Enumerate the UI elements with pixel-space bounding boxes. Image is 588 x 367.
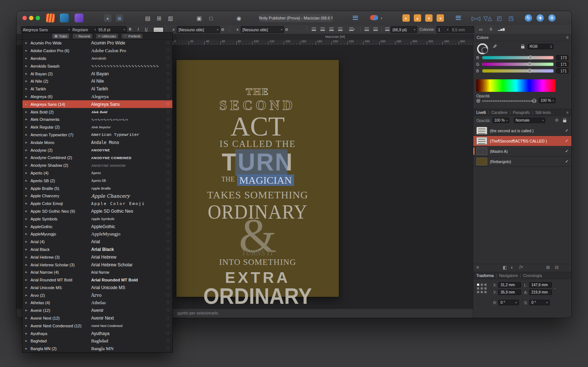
- secondary-color-icon[interactable]: [481, 47, 488, 54]
- underline-button[interactable]: U: [143, 26, 150, 32]
- move-to-front-icon[interactable]: ▸: [402, 14, 410, 22]
- delete-layer-icon[interactable]: ⊟: [555, 265, 559, 270]
- bullet-list-icon[interactable]: [363, 26, 370, 32]
- opacity-value-field[interactable]: 100 % ▾: [539, 98, 556, 103]
- move-forward-icon[interactable]: ▴: [414, 14, 421, 22]
- disclosure-triangle-icon[interactable]: ▶: [25, 57, 31, 60]
- disclosure-triangle-icon[interactable]: ▶: [25, 263, 31, 266]
- favorite-heart-icon[interactable]: ♡: [164, 277, 172, 283]
- align-right-button[interactable]: [328, 26, 335, 32]
- poster-artwork[interactable]: THE SECOND ACT IS CALLED THE TURN THEMAG…: [176, 60, 339, 297]
- leading-combo[interactable]: (66,9 pt) ▾: [391, 26, 417, 33]
- favorite-heart-icon[interactable]: ♡: [164, 308, 172, 313]
- add-page-icon[interactable]: ▤: [144, 14, 151, 22]
- margins-icon[interactable]: ▥: [167, 14, 174, 22]
- layer-stack-icon[interactable]: ≡: [476, 265, 479, 270]
- disclosure-triangle-icon[interactable]: ▶: [25, 65, 31, 68]
- disclosure-triangle-icon[interactable]: ▶: [25, 141, 31, 144]
- disclosure-triangle-icon[interactable]: ▶: [25, 347, 31, 350]
- rotate-left-icon[interactable]: ◰: [496, 14, 503, 22]
- favorite-heart-icon[interactable]: ♡: [164, 132, 172, 137]
- favorite-heart-icon[interactable]: ♡: [164, 148, 172, 153]
- font-list-item[interactable]: ▶Arvo (2)Arvo♡: [22, 291, 172, 299]
- link-dimensions-icon[interactable]: ▫: [554, 287, 555, 290]
- tab-livelli[interactable]: Livelli: [476, 110, 486, 115]
- favorite-heart-icon[interactable]: ♡: [164, 331, 172, 336]
- favorite-heart-icon[interactable]: ♡: [164, 64, 172, 69]
- shear-field[interactable]: 0 °▾: [529, 300, 550, 305]
- disclosure-triangle-icon[interactable]: ▶: [25, 149, 31, 152]
- baseline-grid-icon[interactable]: ▂▅▇: [498, 26, 505, 32]
- tab-trasforma[interactable]: Trasforma: [476, 273, 494, 278]
- font-list-item[interactable]: ▶Avenir Next (12)Avenir Next♡: [22, 314, 172, 322]
- opacity-slider[interactable]: [482, 100, 537, 102]
- font-list-item[interactable]: ▶Alegreya Sans (14)Alegreya Sans♡: [22, 100, 172, 108]
- disclosure-triangle-icon[interactable]: ▶: [25, 202, 31, 205]
- assets-brush-icon[interactable]: [370, 15, 378, 20]
- color-mode-dropdown[interactable]: RGB ▴▾: [528, 44, 553, 49]
- text-frame-icon[interactable]: ▭: [477, 26, 484, 32]
- font-list-item[interactable]: ▶BaghdadBaghdad♡: [22, 337, 172, 345]
- font-list-item[interactable]: ▶Athelas (4)Athelas♡: [22, 299, 172, 307]
- font-list-item[interactable]: ▶Adobe Caslon Pro (6)Adobe Caslon Pro♡: [22, 47, 172, 55]
- favorite-heart-icon[interactable]: ♡: [164, 300, 172, 305]
- rotation-field[interactable]: 0 °▾: [498, 300, 519, 305]
- zoom-window-button[interactable]: [36, 16, 40, 20]
- layer-visibility-checkbox[interactable]: ✓: [565, 159, 569, 164]
- mask-icon[interactable]: ◧: [503, 265, 507, 270]
- bold-button[interactable]: B: [127, 26, 133, 32]
- disclosure-triangle-icon[interactable]: ▶: [25, 233, 31, 235]
- font-list-item[interactable]: ▶AppleMyungjoAppleMyungjo♡: [22, 230, 172, 238]
- favorite-heart-icon[interactable]: ♡: [164, 186, 172, 191]
- disclosure-triangle-icon[interactable]: ▶: [25, 217, 31, 220]
- layer-opacity-dropdown[interactable]: 100 % ▾: [492, 118, 509, 123]
- disclosure-triangle-icon[interactable]: ▶: [25, 194, 31, 197]
- flip-vertical-icon[interactable]: ▽△: [484, 14, 491, 22]
- favorite-heart-icon[interactable]: ♡: [164, 193, 172, 198]
- favorite-heart-icon[interactable]: ♡: [164, 346, 172, 351]
- ruler[interactable]: 0204060801001201401601802002202402602803…: [173, 40, 473, 45]
- disclosure-triangle-icon[interactable]: ▶: [25, 187, 31, 190]
- filter-preferiti[interactable]: ♡ Preferiti: [122, 34, 143, 39]
- channel-slider[interactable]: [482, 56, 554, 60]
- favorite-heart-icon[interactable]: ♡: [164, 338, 172, 343]
- disclosure-triangle-icon[interactable]: ▶: [25, 225, 31, 228]
- font-list-item[interactable]: ▶Arial (4)Arial♡: [22, 238, 172, 246]
- tab-paragrafo[interactable]: Paragrafo: [513, 110, 530, 115]
- favorite-heart-icon[interactable]: ♡: [164, 170, 172, 176]
- align-center-button[interactable]: [319, 26, 326, 32]
- channel-value-field[interactable]: 171: [556, 68, 569, 73]
- layer-visibility-checkbox[interactable]: ✓: [565, 149, 569, 154]
- filter-utilizzato[interactable]: ≡ Utilizzato: [96, 34, 118, 39]
- place-image-icon[interactable]: ▤: [116, 14, 123, 22]
- font-list-item[interactable]: ▶Alek Bold (2)Alek Bold♡: [22, 108, 172, 116]
- font-list-item[interactable]: ▶Anodyne Shadow (2)ANODYNE SHADOW♡: [22, 162, 172, 169]
- favorite-heart-icon[interactable]: ♡: [164, 71, 172, 76]
- favorite-heart-icon[interactable]: ♡: [164, 209, 172, 214]
- disclosure-triangle-icon[interactable]: ▶: [25, 95, 31, 98]
- font-list-item[interactable]: ▶Alek Regular (2)Alek Regular♡: [22, 123, 172, 131]
- channel-value-field[interactable]: 173: [556, 55, 569, 60]
- disclosure-triangle-icon[interactable]: ▶: [25, 179, 31, 182]
- favorite-heart-icon[interactable]: ♡: [164, 231, 172, 237]
- favorite-heart-icon[interactable]: ♡: [164, 56, 172, 61]
- font-list-item[interactable]: ▶AppleGothicAppleGothic♡: [22, 223, 172, 230]
- font-list-item[interactable]: ▶Alek Ornaments∿∾∿∾∿∾∿∾∿∾∿∾♡: [22, 116, 172, 123]
- color-spectrum[interactable]: [476, 79, 556, 92]
- favorite-heart-icon[interactable]: ♡: [164, 48, 172, 53]
- font-list-item[interactable]: ▶Apple Color EmojiApple Color Emoji♡: [22, 200, 172, 208]
- reset-character-style-icon[interactable]: ⊘: [219, 26, 226, 32]
- blend-options-gear-icon[interactable]: ⚙: [555, 118, 559, 123]
- disclosure-triangle-icon[interactable]: ▶: [25, 172, 31, 174]
- disclosure-triangle-icon[interactable]: ▶: [25, 332, 31, 335]
- blend-mode-dropdown[interactable]: Normale ▾: [514, 118, 545, 123]
- lock-icon[interactable]: [521, 45, 524, 49]
- font-list-item[interactable]: ▶AerokidsAerokids♡: [22, 55, 172, 62]
- document-tab-label[interactable]: Macician [M]: [325, 35, 345, 39]
- favorite-heart-icon[interactable]: ♡: [164, 247, 172, 252]
- favorite-heart-icon[interactable]: ♡: [164, 285, 172, 290]
- favorite-heart-icon[interactable]: ♡: [164, 323, 172, 328]
- favorite-heart-icon[interactable]: ♡: [164, 178, 172, 183]
- layer-row[interactable]: (The¶Second¶ACT¶IS CALLED )✓: [473, 136, 571, 146]
- layer-row[interactable]: (Rettangolo)✓: [473, 156, 571, 167]
